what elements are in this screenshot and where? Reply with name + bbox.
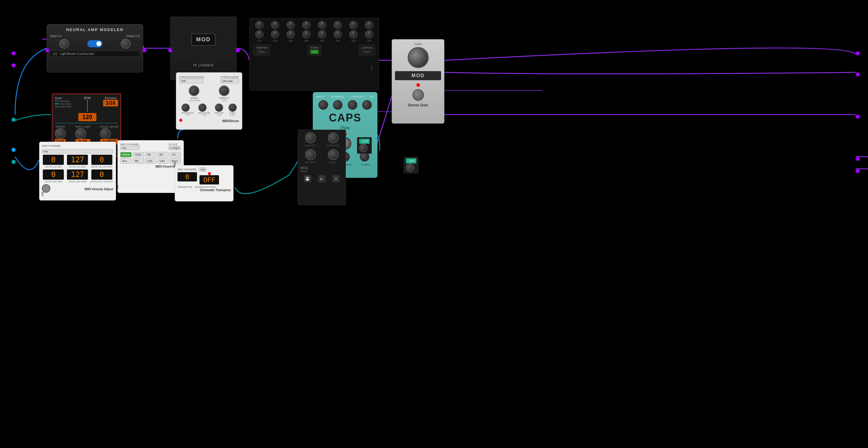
eq-knob-5b[interactable] [318,30,326,38]
vol-display-2: -inf [406,158,416,163]
eq-enable-section: Enable ON [308,44,321,56]
conn-left-2[interactable] [11,63,16,67]
caps-filter-label: FILTER [361,163,369,166]
octave-spread-label: Octave Spread [100,125,118,128]
vol-knob-2[interactable] [406,163,414,172]
chord-btn-prime[interactable]: Prime [120,152,132,157]
rnd-vel-value: 0.00 [215,114,224,116]
chrom-led [208,172,211,175]
vel-note-on-max-label: NOTE-ON MAX [69,166,86,168]
strum-acc-knob[interactable] [181,103,190,112]
chrom-channel-select[interactable]: Any [199,167,207,172]
piano-velocity-cell: VELOCITY [300,132,320,147]
strum-duration-select[interactable]: 16th [179,79,204,84]
vel-channel-select[interactable]: Any [42,149,113,153]
eq-knob-8b[interactable] [365,30,373,38]
rnd-accel-knob[interactable] [198,103,207,112]
chord-channel-select[interactable]: Any [120,146,140,150]
piano-muffling-knob[interactable] [328,132,339,143]
gain-small-knob[interactable] [412,89,424,101]
chord-btn-7th[interactable]: 7th [169,152,181,157]
piano-sensitiv-knob[interactable] [305,149,316,160]
stereo-gain-title: Stereo Gain [395,103,441,107]
eq-knob-8[interactable] [365,21,373,29]
input-knob[interactable] [59,39,69,49]
octave-spread-knob[interactable] [100,128,111,139]
d-vel-value: 0.00 [228,114,237,116]
conn-left-1[interactable] [11,51,16,56]
x42-label-2: x42 [173,162,176,167]
conn-neural-in[interactable] [45,48,50,53]
chord-btn-6th[interactable]: 6th [157,152,169,157]
eq-lowpass-btn[interactable]: OFF [361,50,372,54]
output-knob[interactable] [121,39,130,49]
conn-right-5[interactable] [856,169,860,173]
conn-right-4[interactable] [856,157,860,161]
eq-highpass-btn[interactable]: OFF [256,50,268,54]
note-length-knob[interactable] [75,128,86,139]
chord-btn-8va[interactable]: 8va [120,158,132,164]
caps-decay-knob[interactable] [318,100,328,110]
conn-left-3[interactable] [11,118,16,122]
chord-scale-select[interactable]: C Major [168,146,181,150]
conn-right-3[interactable] [856,115,860,119]
piano-icon-1[interactable]: 💾 [304,175,311,182]
gain-main-knob[interactable] [408,47,429,68]
quantized-start-option[interactable]: Quantized Start [55,105,72,108]
vel-note-on-max-display: 127 [67,155,88,165]
eq-knob-6b[interactable] [334,30,342,38]
vel-note-on-min: 0 NOTE-ON MIN [42,155,65,168]
eq-knob-5[interactable] [318,21,326,29]
stereo-gain: GAIN MOD Stereo Gain [392,39,444,124]
conn-ir-in[interactable] [168,48,172,53]
eq-knob-4[interactable] [302,21,311,29]
conn-right-2[interactable] [856,72,860,77]
midi-chord-title: MIDI Chord Maker [120,165,181,168]
midi-strum: STRUM DURATION 16th STRUM MODE Alternate… [176,72,242,130]
eq-knob-6[interactable] [334,21,342,29]
strum-mode-select[interactable]: Alternate [221,79,239,84]
host-sync-option[interactable]: Host Sync [60,102,71,105]
chord-btn-11th[interactable]: 11th [145,158,156,164]
conn-left-5[interactable] [11,160,16,164]
piano-icon-2[interactable]: ▶ [318,175,326,182]
piano-decay-knob[interactable] [328,149,339,160]
eq-knob-3[interactable] [286,21,295,29]
division-display[interactable]: 1/16 [103,100,118,107]
sync-label: Sync [55,96,72,100]
conn-right-1[interactable] [856,51,860,56]
rnd-vel-knob[interactable] [215,103,223,112]
gain-label: GAIN [395,42,441,46]
eq-knob-2b[interactable] [271,30,279,38]
chord-btn-9th[interactable]: 9th [132,158,144,164]
piano-velocity-knob[interactable] [305,132,316,143]
caps-damping-knob[interactable] [333,100,343,110]
eq-knob-3b[interactable] [286,30,295,38]
chord-btn-third[interactable]: Third [132,152,144,157]
piano-icon-3[interactable]: ⚙ [332,175,340,182]
eq-knob-4b[interactable] [302,30,311,38]
caps-mix-knob[interactable] [362,100,372,110]
velocity-knob[interactable] [55,128,66,139]
eq-knob-7[interactable] [349,21,358,29]
caps-lowpass-knob[interactable] [348,100,357,110]
chord-btn-5th[interactable]: 5th [145,152,156,157]
conn-neural-out[interactable] [142,48,147,53]
vel-note-off-min-label: NOTE-OFF MIN [44,180,62,183]
eq-knob-1[interactable] [255,21,264,29]
eq-enable-btn[interactable]: ON [310,50,319,54]
bpm-display[interactable]: 120 [78,113,96,121]
bypass-toggle[interactable] [87,40,102,47]
eq-knob-2[interactable] [271,21,279,29]
eq-knob-1b[interactable] [255,30,264,38]
conn-left-4[interactable] [11,148,16,152]
eq-knob-7b[interactable] [349,30,358,38]
strum-speed-knob[interactable] [189,85,199,96]
free-running-option[interactable]: Free Running [55,100,72,102]
conn-ir-out[interactable] [236,48,240,53]
strum-timeout-knob[interactable] [219,85,229,96]
vol-knob-1[interactable] [359,144,368,152]
vel-note-on-min-display: 0 [43,155,64,165]
d-vel-knob[interactable] [228,103,237,112]
chord-btn-13th[interactable]: 13th [157,158,169,164]
